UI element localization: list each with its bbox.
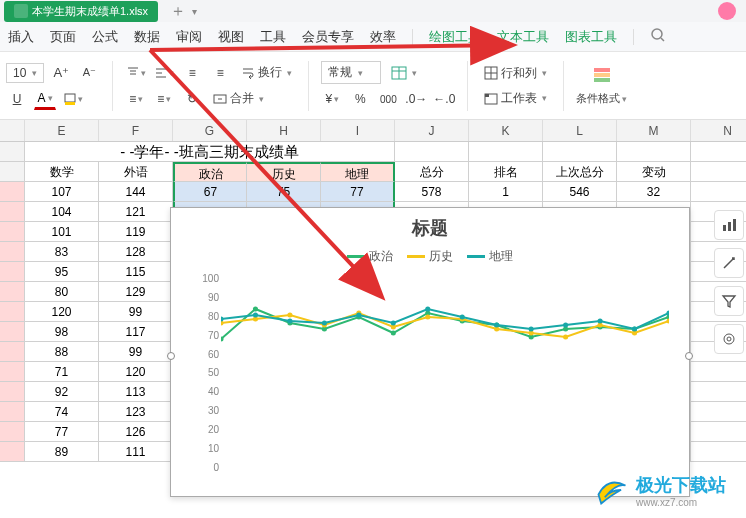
font-size-select[interactable]: 10 [6, 63, 44, 83]
menu-formula[interactable]: 公式 [92, 28, 118, 46]
cell[interactable]: 121 [99, 202, 173, 222]
cell[interactable]: 83 [25, 242, 99, 262]
menu-data[interactable]: 数据 [134, 28, 160, 46]
cell[interactable]: 88 [25, 342, 99, 362]
cell[interactable] [0, 282, 25, 302]
legend-item[interactable]: 政治 [369, 248, 393, 265]
cell[interactable]: 77 [321, 182, 395, 202]
cell[interactable] [0, 302, 25, 322]
underline-icon[interactable]: U [6, 88, 28, 110]
cell[interactable] [0, 202, 25, 222]
cell[interactable]: 98 [25, 322, 99, 342]
cell[interactable]: 99 [99, 302, 173, 322]
col-header[interactable]: L [543, 120, 617, 141]
decrease-decimal-icon[interactable]: ←.0 [433, 88, 455, 110]
new-tab-button[interactable]: ＋ [170, 1, 186, 22]
col-header[interactable]: J [395, 120, 469, 141]
conditional-format-icon[interactable] [576, 66, 627, 87]
cell[interactable]: 99 [99, 342, 173, 362]
col-header[interactable]: N [691, 120, 746, 141]
cell[interactable] [0, 182, 25, 202]
col-header[interactable]: K [469, 120, 543, 141]
cell[interactable]: 89 [25, 442, 99, 462]
col-header[interactable]: H [247, 120, 321, 141]
cell[interactable]: 32 [617, 182, 691, 202]
increase-indent-icon[interactable]: ≡ [209, 62, 231, 84]
cell[interactable]: 104 [25, 202, 99, 222]
cell[interactable] [0, 262, 25, 282]
menu-view[interactable]: 视图 [218, 28, 244, 46]
align-top-icon[interactable] [125, 62, 147, 84]
orientation-icon[interactable]: ↻ [181, 88, 203, 110]
cell[interactable] [691, 422, 746, 442]
chart-elements-icon[interactable] [714, 210, 744, 240]
fill-color-icon[interactable] [62, 88, 84, 110]
chart-style-icon[interactable] [714, 248, 744, 278]
legend-item[interactable]: 地理 [489, 248, 513, 265]
cell[interactable]: 71 [25, 362, 99, 382]
menu-insert[interactable]: 插入 [8, 28, 34, 46]
decrease-font-icon[interactable]: A⁻ [78, 62, 100, 84]
number-format-select[interactable]: 常规 [321, 61, 381, 84]
cell[interactable] [0, 402, 25, 422]
chart-title[interactable]: 标题 [171, 208, 689, 244]
cell[interactable]: 77 [25, 422, 99, 442]
table-style-button[interactable] [387, 64, 421, 82]
menu-review[interactable]: 审阅 [176, 28, 202, 46]
legend-item[interactable]: 历史 [429, 248, 453, 265]
wrap-text-button[interactable]: 换行 [237, 62, 296, 83]
currency-icon[interactable]: ¥ [321, 88, 343, 110]
percent-icon[interactable]: % [349, 88, 371, 110]
cell[interactable] [0, 322, 25, 342]
menu-drawing-tools[interactable]: 绘图工具 [429, 28, 481, 46]
cell[interactable]: 115 [99, 262, 173, 282]
cell[interactable] [0, 222, 25, 242]
conditional-format-label[interactable]: 条件格式 [576, 91, 627, 106]
worksheet-button[interactable]: 工作表 [480, 88, 551, 109]
cell[interactable]: 75 [247, 182, 321, 202]
cell[interactable]: 67 [173, 182, 247, 202]
search-icon[interactable] [650, 27, 666, 46]
cell[interactable] [0, 242, 25, 262]
col-header[interactable]: E [25, 120, 99, 141]
row-col-button[interactable]: 行和列 [480, 63, 551, 84]
cell[interactable]: 80 [25, 282, 99, 302]
cell[interactable]: 578 [395, 182, 469, 202]
cell[interactable] [0, 382, 25, 402]
cell[interactable]: 123 [99, 402, 173, 422]
cell[interactable]: 117 [99, 322, 173, 342]
cell[interactable]: 74 [25, 402, 99, 422]
cell[interactable]: 119 [99, 222, 173, 242]
cell[interactable] [691, 382, 746, 402]
col-header[interactable]: I [321, 120, 395, 141]
merge-button[interactable]: 合并 [209, 88, 268, 109]
cell[interactable]: 120 [99, 362, 173, 382]
cell[interactable]: 101 [25, 222, 99, 242]
increase-decimal-icon[interactable]: .0→ [405, 88, 427, 110]
col-header[interactable]: M [617, 120, 691, 141]
cell[interactable]: 113 [99, 382, 173, 402]
cell[interactable]: 546 [543, 182, 617, 202]
menu-member[interactable]: 会员专享 [302, 28, 354, 46]
menu-page[interactable]: 页面 [50, 28, 76, 46]
menu-chart-tools[interactable]: 图表工具 [565, 28, 617, 46]
cell[interactable] [691, 442, 746, 462]
menu-efficiency[interactable]: 效率 [370, 28, 396, 46]
cell[interactable] [691, 402, 746, 422]
align-left-icon[interactable] [153, 62, 175, 84]
cell[interactable]: 128 [99, 242, 173, 262]
cell[interactable]: 129 [99, 282, 173, 302]
col-header[interactable]: G [173, 120, 247, 141]
cell[interactable] [0, 442, 25, 462]
align-center-icon[interactable]: ≡ [153, 88, 175, 110]
chart-filter-icon[interactable] [714, 286, 744, 316]
embedded-chart[interactable]: 标题 政治 历史 地理 1009080706050403020100 [170, 207, 690, 497]
col-header[interactable]: F [99, 120, 173, 141]
menu-text-tools[interactable]: 文本工具 [497, 28, 549, 46]
menu-tools[interactable]: 工具 [260, 28, 286, 46]
col-header[interactable] [0, 120, 25, 141]
cell[interactable]: 95 [25, 262, 99, 282]
cell[interactable]: 1 [469, 182, 543, 202]
cell[interactable] [691, 182, 746, 202]
cell[interactable] [0, 362, 25, 382]
